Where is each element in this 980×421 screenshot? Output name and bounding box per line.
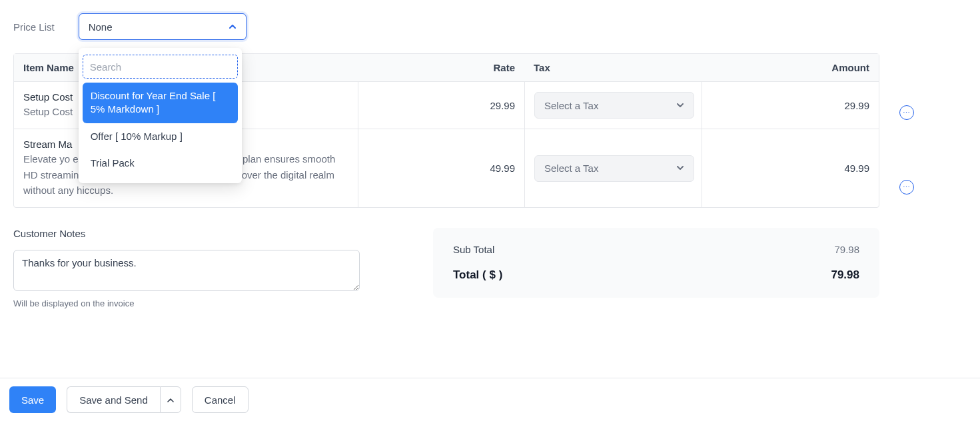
customer-notes-label: Customer Notes: [13, 228, 360, 239]
row-actions-button[interactable]: ⋯: [899, 105, 914, 120]
total-value: 79.98: [831, 268, 859, 282]
item-rate: 29.99: [358, 82, 524, 129]
subtotal-value: 79.98: [834, 244, 859, 255]
save-and-send-dropdown-toggle[interactable]: [160, 386, 181, 413]
chevron-up-icon: [229, 23, 237, 31]
item-rate: 49.99: [358, 129, 524, 207]
col-header-amount: Amount: [702, 54, 879, 82]
customer-notes-hint: Will be displayed on the invoice: [13, 298, 360, 308]
caret-up-icon: [167, 394, 174, 406]
tax-select-placeholder: Select a Tax: [544, 163, 598, 174]
chevron-down-icon: [676, 163, 684, 174]
footer-bar: Save Save and Send Cancel: [0, 378, 980, 421]
col-header-rate: Rate: [358, 54, 524, 82]
totals-panel: Sub Total 79.98 Total ( $ ) 79.98: [433, 228, 879, 298]
total-label: Total ( $ ): [453, 268, 502, 282]
item-amount: 29.99: [702, 82, 879, 129]
col-header-tax: Tax: [524, 54, 702, 82]
price-list-option[interactable]: Offer [ 10% Markup ]: [83, 123, 238, 150]
price-list-select[interactable]: None: [79, 13, 246, 40]
customer-notes-input[interactable]: [13, 250, 360, 291]
price-list-option[interactable]: Trial Pack: [83, 150, 238, 177]
tax-select[interactable]: Select a Tax: [534, 155, 694, 182]
row-actions-button[interactable]: ⋯: [899, 180, 914, 195]
cancel-button[interactable]: Cancel: [192, 386, 248, 413]
price-list-label: Price List: [13, 21, 55, 33]
subtotal-label: Sub Total: [453, 244, 494, 255]
price-list-option[interactable]: Discount for Year End Sale [ 5% Markdown…: [83, 83, 238, 123]
tax-select[interactable]: Select a Tax: [534, 92, 694, 119]
price-list-selected-value: None: [89, 21, 113, 33]
save-and-send-button[interactable]: Save and Send: [67, 386, 160, 413]
ellipsis-icon: ⋯: [903, 183, 911, 192]
ellipsis-icon: ⋯: [903, 109, 911, 117]
item-amount: 49.99: [702, 129, 879, 207]
price-list-dropdown: Discount for Year End Sale [ 5% Markdown…: [79, 48, 242, 183]
save-button[interactable]: Save: [9, 386, 56, 413]
price-list-search-input[interactable]: [83, 55, 238, 79]
chevron-down-icon: [676, 100, 684, 111]
tax-select-placeholder: Select a Tax: [544, 100, 598, 111]
